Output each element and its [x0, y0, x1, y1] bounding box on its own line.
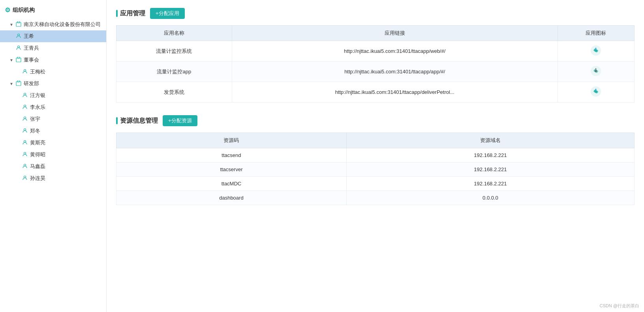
app-section-header: 应用管理 +分配应用 [116, 8, 635, 19]
app-icon [590, 45, 601, 56]
app-icon-cell [558, 62, 634, 82]
resource-table-body: ttacsend 192.168.2.221 ttacserver 192.16… [116, 148, 635, 205]
tree-item-zhangyu[interactable]: ▶ 张宇 [0, 113, 106, 125]
svg-point-11 [24, 117, 26, 119]
person-icon [22, 92, 28, 99]
svg-point-13 [24, 140, 26, 142]
app-section-title: 应用管理 [116, 9, 145, 18]
tree-item-wangxi[interactable]: ▶ 王希 [0, 30, 106, 42]
tree-item-sunlianhao[interactable]: ▶ 孙连昊 [0, 172, 106, 184]
tree-label: 黄得昭 [30, 151, 45, 158]
tree-item-huangdezhao[interactable]: ▶ 黄得昭 [0, 149, 106, 161]
resource-section: 资源信息管理 +分配资源 资源码 资源域名 ttacsend 192.168.2… [116, 115, 635, 205]
tree-label: 郑冬 [30, 127, 40, 135]
app-name: 发货系统 [116, 82, 232, 103]
app-link[interactable]: http://njttac.ikuai5.com:31401/ttacapp/a… [232, 62, 558, 82]
table-row: ttacsend 192.168.2.221 [116, 148, 635, 163]
svg-point-14 [24, 152, 26, 154]
table-row: ttacMDC 192.168.2.221 [116, 177, 635, 191]
table-row: ttacserver 192.168.2.221 [116, 163, 635, 177]
main-content: 应用管理 +分配应用 应用名称 应用链接 应用图标 流量计监控系统 http:/… [107, 0, 644, 312]
tree-label: 汪方银 [30, 92, 45, 99]
person-icon [22, 104, 28, 111]
app-name: 流量计监控app [116, 62, 232, 82]
resource-domain: 192.168.2.221 [346, 148, 634, 163]
tree-item-huangsilian[interactable]: ▶ 黄斯亮 [0, 137, 106, 149]
tree-label: 李永乐 [30, 104, 45, 111]
resource-section-title: 资源信息管理 [116, 117, 158, 125]
resource-domain: 192.168.2.221 [346, 177, 634, 191]
arrow-icon: ▼ [9, 82, 14, 86]
person-icon [22, 128, 28, 135]
resource-code: ttacsend [116, 148, 347, 163]
person-icon [22, 69, 28, 75]
resource-table: 资源码 资源域名 ttacsend 192.168.2.221 ttacserv… [116, 133, 635, 205]
tree-container: ▶ 王希 ▶ 王青兵 ▼ [0, 30, 106, 184]
col-resource-domain: 资源域名 [346, 133, 634, 148]
app-icon-cell [558, 41, 634, 62]
person-icon [22, 151, 28, 158]
person-icon [22, 140, 28, 146]
table-row: 流量计监控app http://njttac.ikuai5.com:31401/… [116, 62, 635, 82]
resource-code: ttacMDC [116, 177, 347, 191]
resource-code: ttacserver [116, 163, 347, 177]
svg-point-10 [24, 105, 26, 107]
app-icon [590, 86, 601, 97]
app-section: 应用管理 +分配应用 应用名称 应用链接 应用图标 流量计监控系统 http:/… [116, 8, 635, 103]
svg-point-18 [595, 49, 597, 52]
company-node[interactable]: ▼ 南京天梯自动化设备股份有限公司 [0, 19, 106, 30]
org-node-icon [16, 57, 22, 64]
tree-label: 王青兵 [24, 45, 39, 52]
app-table: 应用名称 应用链接 应用图标 流量计监控系统 http://njttac.iku… [116, 25, 635, 103]
org-node-icon [16, 80, 22, 87]
tree-item-maxinlei[interactable]: ▶ 马鑫磊 [0, 161, 106, 172]
svg-point-3 [18, 46, 20, 48]
tree-item-liyongle[interactable]: ▶ 李永乐 [0, 101, 106, 113]
svg-point-20 [595, 70, 597, 72]
tree-label: 张宇 [30, 116, 40, 123]
add-app-button[interactable]: +分配应用 [150, 8, 185, 19]
tree-item-yanfabu[interactable]: ▼ 研发部 [0, 78, 106, 90]
sidebar: ⚙ 组织机构 ▼ 南京天梯自动化设备股份有限公司 ▶ 王希 ▶ [0, 0, 107, 312]
col-app-link: 应用链接 [232, 26, 558, 41]
tree-item-wangmeisong[interactable]: ▶ 王梅松 [0, 66, 106, 78]
table-row: 发货系统 http://njttac.ikuai5.com:31401/ttac… [116, 82, 635, 103]
resource-section-header: 资源信息管理 +分配资源 [116, 115, 635, 126]
tree-item-zhengdong[interactable]: ▶ 郑冬 [0, 125, 106, 137]
col-app-name: 应用名称 [116, 26, 232, 41]
svg-rect-1 [17, 21, 20, 23]
company-label: 南京天梯自动化设备股份有限公司 [24, 21, 101, 28]
arrow-icon: ▼ [9, 58, 14, 62]
app-name: 流量计监控系统 [116, 41, 232, 62]
svg-point-2 [18, 34, 20, 36]
watermark: CSDN @行走的茶白 [600, 303, 639, 309]
svg-point-15 [24, 164, 26, 166]
org-icon: ⚙ [5, 6, 10, 14]
app-icon-cell [558, 82, 634, 103]
svg-point-16 [24, 176, 26, 178]
resource-domain: 192.168.2.221 [346, 163, 634, 177]
add-resource-button[interactable]: +分配资源 [163, 115, 197, 126]
app-table-body: 流量计监控系统 http://njttac.ikuai5.com:31401/t… [116, 41, 635, 103]
tree-item-wangfangyin[interactable]: ▶ 汪方银 [0, 90, 106, 101]
tree-item-wangqingbing[interactable]: ▶ 王青兵 [0, 42, 106, 54]
table-row: dashboard 0.0.0.0 [116, 191, 635, 205]
tree-label: 王希 [24, 33, 34, 40]
col-resource-code: 资源码 [116, 133, 347, 148]
tree-label: 研发部 [24, 80, 39, 87]
svg-point-6 [24, 69, 26, 71]
company-icon [16, 21, 22, 28]
tree-label: 孙连昊 [30, 175, 45, 182]
app-link[interactable]: http://njttac.ikuai5.com:31401/ttacapp/d… [232, 82, 558, 103]
sidebar-title-label: 组织机构 [13, 7, 35, 14]
app-link[interactable]: http://njttac.ikuai5.com:31401/ttacapp/w… [232, 41, 558, 62]
svg-point-9 [24, 93, 26, 95]
person-icon [22, 175, 28, 182]
resource-table-header: 资源码 资源域名 [116, 133, 635, 148]
person-icon [22, 116, 28, 123]
tree-item-dongshihui[interactable]: ▼ 董事会 [0, 54, 106, 66]
app-icon [590, 65, 601, 77]
col-app-icon: 应用图标 [558, 26, 634, 41]
svg-point-22 [595, 90, 597, 93]
person-icon [16, 33, 22, 40]
